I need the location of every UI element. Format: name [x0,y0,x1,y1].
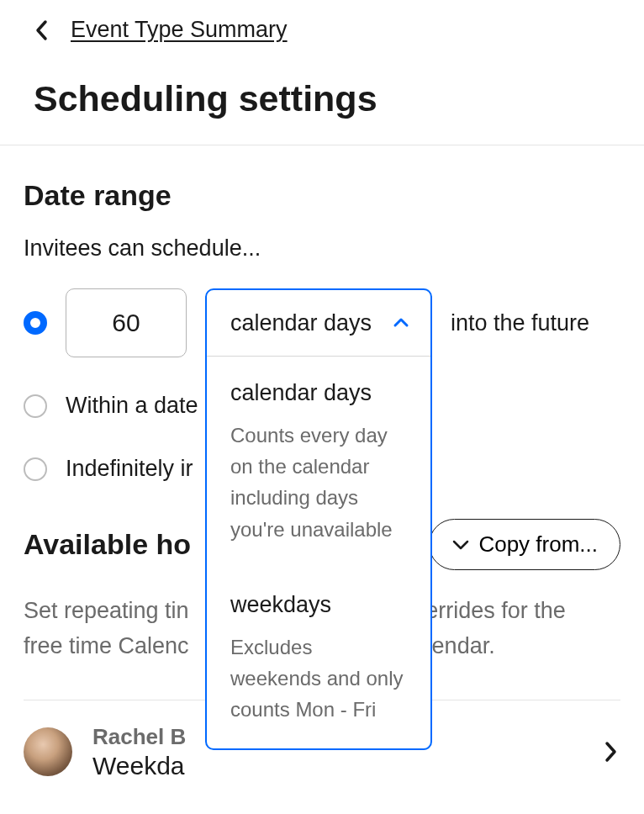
dropdown-option-weekdays[interactable]: weekdays Excludes weekends and only coun… [207,568,430,749]
chevron-right-icon[interactable] [602,740,620,764]
days-suffix-text: into the future [451,310,589,336]
available-hours-title: Available ho [24,528,191,561]
chevron-down-icon [451,536,470,554]
breadcrumb-back-link[interactable]: Event Type Summary [71,17,288,43]
radio-within-label: Within a date [66,393,198,419]
back-chevron-icon[interactable] [34,18,49,42]
copy-button-label: Copy from... [478,531,598,558]
unit-dropdown-trigger[interactable]: calendar days [205,288,432,357]
radio-days-into-future[interactable] [24,311,47,335]
dropdown-option-title: weekdays [230,592,407,618]
days-number-input[interactable] [66,288,187,357]
unit-dropdown-value: calendar days [230,310,372,336]
unit-dropdown-panel: calendar days Counts every day on the ca… [205,356,432,750]
radio-indefinitely-label: Indefinitely ir [66,456,193,482]
avatar [24,727,72,776]
chevron-up-icon [392,314,410,332]
date-range-option-days[interactable]: calendar days calendar days Counts every… [24,288,620,357]
date-range-title: Date range [24,179,620,212]
dropdown-option-description: Counts every day on the calendar includi… [230,420,407,545]
radio-within-date[interactable] [24,394,47,418]
page-title: Scheduling settings [34,78,610,119]
dropdown-option-title: calendar days [230,380,407,406]
person-schedule: Weekda [92,752,582,780]
copy-from-button[interactable]: Copy from... [429,519,620,570]
dropdown-option-description: Excludes weekends and only counts Mon - … [230,632,407,726]
date-range-subtitle: Invitees can schedule... [24,235,620,262]
dropdown-option-calendar-days[interactable]: calendar days Counts every day on the ca… [207,357,430,568]
radio-indefinitely[interactable] [24,457,47,481]
